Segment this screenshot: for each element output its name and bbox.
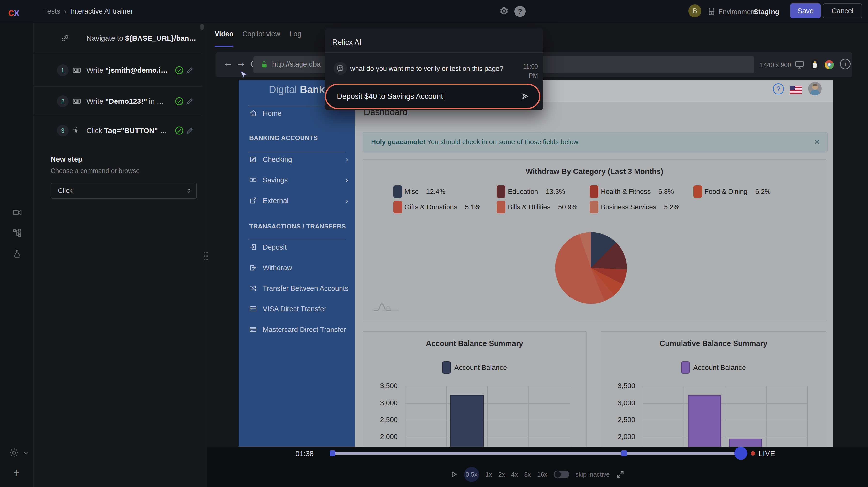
forward-icon[interactable]: →: [236, 58, 246, 68]
sidebar-item-visa-direct-transfer[interactable]: VISA Direct Transfer: [239, 303, 355, 315]
speed-button-4x[interactable]: 4x: [511, 471, 518, 478]
legend-value: 6.2%: [755, 188, 771, 195]
live-dot-icon: [751, 451, 755, 456]
legend-item-food-dining[interactable]: Food & Dining 6.2%: [693, 185, 771, 198]
chevron-down-icon[interactable]: [23, 450, 30, 456]
panel-resize-handle[interactable]: [204, 251, 208, 262]
timeline-thumb[interactable]: [734, 447, 747, 460]
step-row-1[interactable]: 1 Write "jsmith@demo.i…: [34, 54, 203, 87]
site-user-avatar[interactable]: [808, 82, 822, 95]
play-icon[interactable]: [450, 470, 458, 479]
fullscreen-icon[interactable]: [616, 470, 625, 479]
edit-pencil-icon[interactable]: [186, 66, 194, 74]
sidebar-item-withdraw[interactable]: Withdraw: [239, 262, 355, 274]
chrome-icon: [825, 60, 834, 69]
sitemap-icon[interactable]: [12, 228, 22, 238]
ai-command-input[interactable]: Deposit $40 to Savings Account: [325, 84, 540, 109]
credit-card-icon: [249, 305, 257, 312]
edit-pencil-icon[interactable]: [186, 126, 194, 135]
speed-button-2x[interactable]: 2x: [498, 471, 505, 478]
step-text: Write "Demo123!" in …: [87, 97, 173, 105]
sidebar-item-checking[interactable]: Checking›: [239, 153, 355, 166]
chevron-right-icon: ›: [346, 196, 348, 205]
app-logo[interactable]: cx: [8, 6, 27, 17]
legend-value: 5.2%: [664, 203, 680, 211]
lock-open-icon: [260, 61, 268, 69]
send-icon[interactable]: [521, 92, 529, 101]
sidebar-item-label: Mastercard Direct Transfer: [263, 326, 346, 334]
account-balance-bar[interactable]: [451, 395, 484, 447]
sidebar-item-label: VISA Direct Transfer: [263, 305, 327, 313]
account-balance-bar[interactable]: [688, 395, 721, 447]
command-dropdown[interactable]: Click: [51, 183, 197, 199]
nav-section-title: TRANSACTIONS / TRANSFERS: [249, 223, 346, 230]
legend-item-education[interactable]: Education 13.3%: [497, 185, 565, 198]
sidebar-item-deposit[interactable]: Deposit: [239, 241, 355, 253]
live-label[interactable]: LIVE: [758, 450, 775, 458]
timeline-marker-start[interactable]: [330, 450, 335, 456]
legend-swatch: [590, 201, 598, 213]
speed-button-1x[interactable]: 1x: [485, 471, 492, 478]
legend-item-gifts-donations[interactable]: Gifts & Donations 5.1%: [393, 201, 480, 213]
tab-copilot-view[interactable]: Copilot view: [242, 30, 280, 38]
speed-button-8x[interactable]: 8x: [524, 471, 531, 478]
check-circle-icon: [175, 126, 184, 135]
gridline: [528, 386, 529, 447]
gear-icon[interactable]: [9, 447, 20, 458]
bug-icon[interactable]: [498, 5, 509, 16]
legend-swatch: [497, 201, 505, 213]
withdraw-category-pie-chart[interactable]: [555, 232, 627, 304]
legend-value: 50.9%: [558, 203, 578, 211]
add-button[interactable]: +: [13, 466, 20, 479]
user-avatar[interactable]: B: [688, 4, 702, 18]
account-balance-bar[interactable]: [729, 438, 762, 447]
gridline: [684, 386, 684, 447]
flask-icon[interactable]: [12, 249, 22, 258]
breadcrumb-tests[interactable]: Tests: [44, 7, 60, 15]
save-button[interactable]: Save: [790, 3, 820, 19]
bar-chart-title: Account Balance Summary: [363, 339, 586, 348]
back-icon[interactable]: ←: [223, 58, 233, 68]
legend-label: Food & Dining: [705, 188, 747, 195]
step-row-2[interactable]: 2 Write "Demo123!" in …: [34, 87, 203, 116]
sidebar-item-transfer-between-accounts[interactable]: Transfer Between Accounts: [239, 282, 355, 295]
legend-item-health-fitness[interactable]: Health & Fitness 6.8%: [590, 185, 674, 198]
step-row-3[interactable]: 3 Click Tag="BUTTON" …: [34, 116, 203, 145]
cancel-button[interactable]: Cancel: [823, 3, 862, 19]
sidebar-item-mastercard-direct-transfer[interactable]: Mastercard Direct Transfer: [239, 323, 355, 336]
home-icon: [249, 110, 257, 117]
sidebar-item-external[interactable]: External›: [239, 194, 355, 207]
help-icon[interactable]: ?: [515, 6, 526, 17]
step-navigate[interactable]: Navigate to ${BASE_URL}/ban…: [34, 23, 203, 54]
app-root: + cx Tests › Interactive AI trainer ? B …: [0, 0, 868, 487]
breadcrumb: Tests › Interactive AI trainer: [44, 7, 133, 15]
skip-inactive-toggle[interactable]: [554, 470, 569, 478]
tab-log[interactable]: Log: [290, 30, 301, 38]
alert-close-icon[interactable]: ✕: [814, 138, 820, 146]
tab-video[interactable]: Video: [215, 30, 234, 38]
monitor-icon: [795, 60, 805, 69]
shuffle-icon: [249, 285, 257, 292]
gridline: [405, 386, 405, 447]
sidebar-item-label: Withdraw: [263, 264, 292, 272]
account-balance-summary-card: Account Balance Summary Account Balance …: [363, 331, 587, 447]
pie-chart-title: Withdraw By Category (Last 3 Months): [363, 167, 826, 176]
info-icon[interactable]: i: [840, 59, 850, 69]
speed-button-0.5x[interactable]: 0.5x: [464, 467, 479, 482]
us-flag-icon[interactable]: [790, 86, 802, 94]
timeline-slider[interactable]: [331, 452, 745, 455]
video-camera-icon[interactable]: [12, 208, 22, 217]
left-icon-rail: +: [0, 0, 34, 487]
legend-swatch: [393, 201, 402, 213]
sidebar-item-savings[interactable]: Savings›: [239, 174, 355, 186]
video-playback-frame[interactable]: ? Digital Bank Home BANKING ACCOUNTS Che…: [239, 80, 833, 447]
legend-item-bills-utilities[interactable]: Bills & Utilities 50.9%: [497, 201, 578, 213]
site-help-icon[interactable]: ?: [773, 83, 784, 94]
speed-button-16x[interactable]: 16x: [537, 471, 547, 478]
legend-item-business-services[interactable]: Business Services 5.2%: [590, 201, 680, 213]
timeline-marker-mid[interactable]: [621, 450, 627, 456]
cumulative-balance-plot: 3,5003,0002,5002,000: [643, 386, 807, 447]
legend-item-misc[interactable]: Misc 12.4%: [393, 185, 445, 198]
edit-pencil-icon[interactable]: [186, 97, 194, 105]
environment-value[interactable]: Staging: [754, 8, 779, 16]
